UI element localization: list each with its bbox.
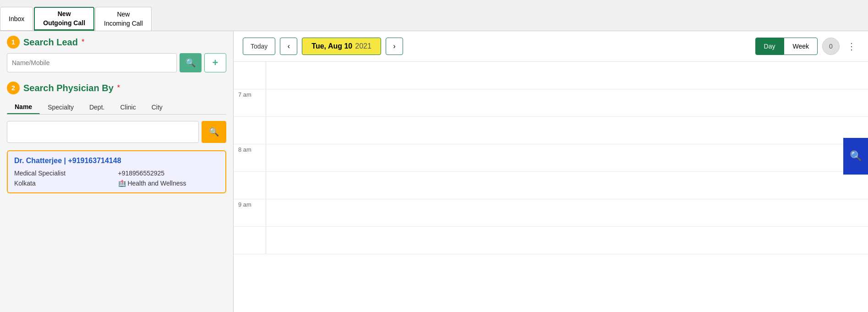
time-slot-8am: 8 am — [234, 144, 868, 172]
physician-speciality: Medical Specialist — [14, 170, 115, 177]
search-icon: 🔍 — [186, 58, 196, 68]
view-day-button[interactable]: Day — [755, 38, 784, 55]
calendar-more-button[interactable]: ⋮ — [844, 38, 859, 55]
section1-number: 1 — [7, 36, 20, 49]
physician-clinic: 🏥 Health and Wellness — [118, 180, 219, 187]
time-slot-7am-half — [234, 117, 868, 144]
right-search-button[interactable]: 🔍 — [843, 138, 868, 175]
calendar-body[interactable]: 7 am 8 am — [234, 62, 868, 312]
date-display: Tue, Aug 10 2021 — [302, 38, 381, 55]
date-bold: Tue, Aug 10 — [311, 42, 352, 50]
lead-search-input[interactable] — [7, 53, 177, 72]
right-search-icon: 🔍 — [850, 150, 862, 162]
physician-search-button[interactable]: 🔍 — [202, 121, 226, 143]
section2-title: 2 Search Physician By * — [7, 82, 226, 94]
today-button[interactable]: Today — [243, 38, 275, 55]
tab-bar: Inbox NewOutgoing Call NewIncoming Call — [0, 0, 868, 31]
section2-label: Search Physician By — [23, 83, 114, 93]
next-button[interactable]: › — [386, 38, 403, 55]
calendar-header: Today ‹ Tue, Aug 10 2021 › Day Week — [234, 31, 868, 62]
time-grid: 7 am 8 am — [234, 62, 868, 254]
phys-tab-dept[interactable]: Dept. — [82, 100, 112, 114]
time-slot-9am: 9 am — [234, 199, 868, 227]
time-slot-top — [234, 62, 868, 89]
time-label-9am: 9 am — [234, 199, 266, 226]
time-slot-9am-half — [234, 227, 868, 254]
section2-number: 2 — [7, 82, 20, 94]
physician-card: Dr. Chatterjee | +919163714148 Medical S… — [7, 150, 226, 193]
left-panel: 1 Search Lead * 🔍 + 2 Search Physician B… — [0, 31, 234, 312]
physician-search-row: 🔍 — [7, 121, 226, 143]
phys-tab-name[interactable]: Name — [7, 100, 40, 114]
lead-search-button[interactable]: 🔍 — [180, 53, 202, 72]
phys-tab-city[interactable]: City — [144, 100, 170, 114]
prev-button[interactable]: ‹ — [280, 38, 297, 55]
lead-search-row: 🔍 + — [7, 53, 226, 72]
section1-required: * — [82, 38, 84, 46]
time-slot-7am: 7 am — [234, 89, 868, 117]
time-label-7am: 7 am — [234, 89, 266, 116]
view-buttons: Day Week — [755, 38, 818, 55]
physician-details: Medical Specialist +918956552925 Kolkata… — [14, 170, 219, 187]
event-count-badge: 0 — [822, 38, 840, 55]
time-label-8am: 8 am — [234, 144, 266, 171]
view-week-button[interactable]: Week — [784, 38, 818, 55]
tab-incoming[interactable]: NewIncoming Call — [95, 7, 152, 31]
physician-search-icon: 🔍 — [209, 127, 219, 137]
main-content: 1 Search Lead * 🔍 + 2 Search Physician B… — [0, 31, 868, 312]
phys-tab-clinic[interactable]: Clinic — [112, 100, 143, 114]
tab-outgoing[interactable]: NewOutgoing Call — [34, 7, 94, 31]
tab-inbox[interactable]: Inbox — [0, 7, 33, 31]
time-slot-8am-half — [234, 172, 868, 199]
section2-required: * — [117, 84, 120, 92]
physician-city: Kolkata — [14, 180, 115, 187]
physician-phone2: +918956552925 — [118, 170, 219, 177]
section1-label: Search Lead — [23, 37, 78, 48]
phys-tab-specialty[interactable]: Specialty — [40, 100, 82, 114]
more-icon: ⋮ — [847, 41, 856, 52]
next-icon: › — [393, 42, 395, 50]
clinic-icon: 🏥 — [118, 180, 126, 187]
physician-search-input[interactable] — [7, 121, 199, 143]
date-year: 2021 — [355, 42, 371, 50]
prev-icon: ‹ — [288, 42, 290, 50]
add-icon: + — [213, 57, 218, 69]
section1-title: 1 Search Lead * — [7, 36, 226, 49]
physician-name-link[interactable]: Dr. Chatterjee | +919163714148 — [14, 157, 121, 164]
physician-tabs: Name Specialty Dept. Clinic City — [7, 100, 226, 115]
lead-add-button[interactable]: + — [204, 53, 226, 72]
right-panel: Today ‹ Tue, Aug 10 2021 › Day Week — [234, 31, 868, 312]
